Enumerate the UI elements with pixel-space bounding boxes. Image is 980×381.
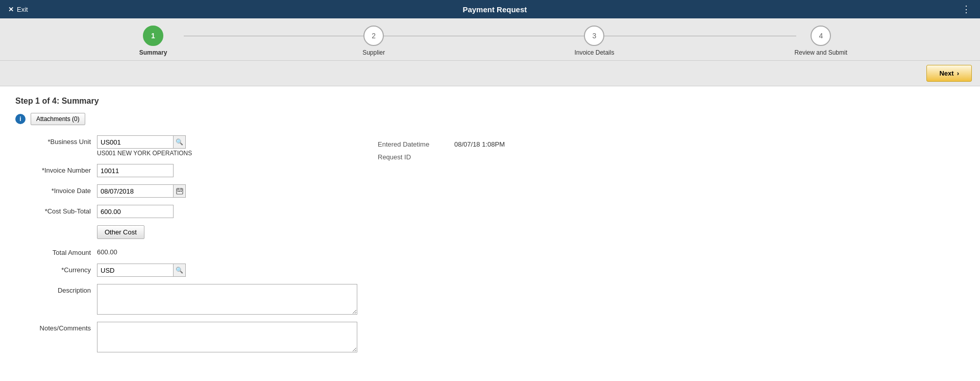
exit-label: Exit	[17, 6, 28, 13]
invoice-number-row: *Invoice Number	[15, 164, 357, 177]
invoice-date-row: *Invoice Date	[15, 184, 357, 198]
currency-input[interactable]	[97, 264, 174, 277]
calendar-icon[interactable]	[174, 184, 186, 198]
next-arrow-icon: ›	[957, 69, 959, 77]
form-right: Entered Datetime 08/07/18 1:08PM Request…	[378, 135, 965, 360]
step-1-label: Summary	[139, 49, 167, 56]
business-unit-row: *Business Unit 🔍 US001 NEW YORK OPERATIO…	[15, 135, 357, 157]
svg-rect-5	[179, 191, 180, 192]
app-header: ✕ Exit Payment Request ⋮	[0, 0, 980, 18]
cost-subtotal-row: *Cost Sub-Total	[15, 205, 357, 218]
currency-row: *Currency 🔍	[15, 264, 357, 277]
step-3-label: Invoice Details	[574, 49, 614, 56]
notes-row: Notes/Comments	[15, 322, 357, 352]
entered-datetime-row: Entered Datetime 08/07/18 1:08PM	[378, 140, 965, 148]
business-unit-search-icon[interactable]: 🔍	[174, 135, 186, 149]
total-amount-label: Total Amount	[15, 246, 97, 256]
page-title: Step 1 of 4: Summary	[15, 97, 965, 106]
entered-datetime-label: Entered Datetime	[378, 140, 444, 148]
cost-subtotal-label: *Cost Sub-Total	[15, 205, 97, 215]
business-unit-subtext: US001 NEW YORK OPERATIONS	[97, 150, 192, 157]
step-2[interactable]: 2 Supplier	[353, 26, 394, 56]
page-header-title: Payment Request	[28, 5, 962, 14]
stepper-bar: 1 Summary 2 Supplier 3 Invoice Details 4…	[0, 18, 980, 61]
description-label: Description	[15, 284, 97, 294]
header-menu-dots[interactable]: ⋮	[962, 4, 972, 15]
request-id-label: Request ID	[378, 153, 444, 161]
stepper-container: 1 Summary 2 Supplier 3 Invoice Details 4…	[133, 26, 847, 56]
exit-x-icon: ✕	[8, 6, 14, 13]
business-unit-field-col: 🔍 US001 NEW YORK OPERATIONS	[97, 135, 192, 157]
entered-datetime-value: 08/07/18 1:08PM	[454, 140, 505, 148]
step-2-circle: 2	[363, 26, 384, 46]
other-cost-row: Other Cost	[15, 225, 357, 239]
business-unit-input[interactable]	[97, 135, 174, 149]
info-icon[interactable]: i	[15, 114, 26, 124]
step-2-label: Supplier	[362, 49, 385, 56]
svg-rect-4	[178, 191, 179, 192]
step-1[interactable]: 1 Summary	[133, 26, 174, 56]
invoice-number-label: *Invoice Number	[15, 164, 97, 174]
next-button[interactable]: Next ›	[926, 65, 972, 82]
step-3[interactable]: 3 Invoice Details	[574, 26, 615, 56]
cost-subtotal-input[interactable]	[97, 205, 174, 218]
form-left: *Business Unit 🔍 US001 NEW YORK OPERATIO…	[15, 135, 357, 360]
attachments-button[interactable]: Attachments (0)	[31, 113, 85, 125]
notes-label: Notes/Comments	[15, 322, 97, 332]
main-content: Step 1 of 4: Summary i Attachments (0) *…	[0, 86, 980, 381]
currency-input-group: 🔍	[97, 264, 186, 277]
other-cost-spacer	[15, 225, 97, 228]
notes-textarea[interactable]	[97, 322, 357, 352]
other-cost-button[interactable]: Other Cost	[97, 225, 144, 239]
next-button-area: Next ›	[0, 61, 980, 86]
invoice-date-input[interactable]	[97, 184, 174, 198]
next-button-label: Next	[939, 69, 953, 77]
toolbar-row: i Attachments (0)	[15, 113, 965, 125]
request-id-row: Request ID	[378, 153, 965, 161]
svg-rect-6	[181, 191, 182, 192]
step-4-circle: 4	[811, 26, 831, 46]
total-amount-row: Total Amount 600.00	[15, 246, 357, 256]
step-1-circle: 1	[143, 26, 163, 46]
currency-search-icon[interactable]: 🔍	[174, 264, 186, 277]
invoice-number-input[interactable]	[97, 164, 174, 177]
currency-label: *Currency	[15, 264, 97, 274]
description-row: Description	[15, 284, 357, 315]
step-4[interactable]: 4 Review and Submit	[795, 26, 847, 56]
business-unit-label: *Business Unit	[15, 135, 97, 146]
step-3-circle: 3	[584, 26, 604, 46]
invoice-date-label: *Invoice Date	[15, 184, 97, 195]
step-4-label: Review and Submit	[795, 49, 847, 56]
invoice-date-input-group	[97, 184, 186, 198]
business-unit-input-group: 🔍	[97, 135, 192, 149]
stepper-line	[184, 36, 796, 36]
form-section: *Business Unit 🔍 US001 NEW YORK OPERATIO…	[15, 135, 965, 360]
exit-button[interactable]: ✕ Exit	[8, 6, 28, 13]
total-amount-value: 600.00	[97, 246, 117, 256]
description-textarea[interactable]	[97, 284, 357, 315]
